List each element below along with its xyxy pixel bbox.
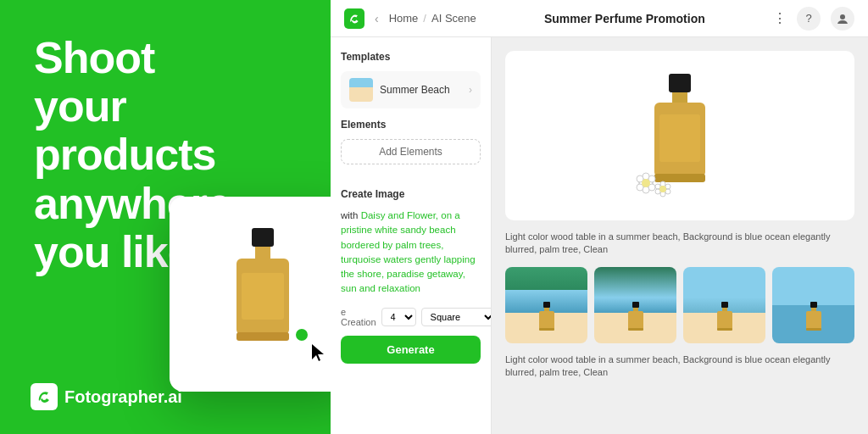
svg-rect-36 bbox=[721, 302, 728, 308]
template-arrow-icon: › bbox=[469, 84, 472, 96]
document-title: Summer Perfume Promotion bbox=[487, 12, 763, 25]
template-thumbnail bbox=[349, 78, 373, 102]
main-area: Templates Summer Beach › Elements Add El… bbox=[331, 37, 868, 434]
app-sidebar: Templates Summer Beach › Elements Add El… bbox=[331, 37, 492, 434]
top-bar: ‹ Home / AI Scene Summer Perfume Promoti… bbox=[331, 0, 868, 37]
thumb-bottle-svg bbox=[537, 301, 556, 333]
cursor-icon bbox=[312, 344, 329, 368]
result-thumb-4[interactable] bbox=[772, 267, 854, 343]
thumb-perfume-3 bbox=[715, 301, 734, 337]
flower-decoration bbox=[629, 162, 676, 203]
svg-marker-5 bbox=[312, 344, 324, 361]
svg-rect-1 bbox=[255, 247, 270, 259]
selection-indicator bbox=[294, 327, 309, 342]
svg-rect-0 bbox=[252, 228, 274, 247]
thumb-perfume-2 bbox=[626, 301, 645, 337]
template-summer-beach[interactable]: Summer Beach › bbox=[341, 71, 481, 108]
svg-point-25 bbox=[665, 189, 670, 194]
hero-line1: Shoot bbox=[34, 33, 154, 82]
svg-rect-33 bbox=[633, 308, 638, 311]
hero-line2: your products bbox=[34, 81, 215, 179]
svg-rect-29 bbox=[544, 308, 549, 311]
svg-point-23 bbox=[655, 184, 660, 189]
elements-section: Elements Add Elements bbox=[341, 119, 481, 176]
results-grid bbox=[505, 267, 854, 343]
result-thumb-2[interactable] bbox=[594, 267, 676, 343]
add-elements-button[interactable]: Add Elements bbox=[341, 139, 481, 164]
gen-shape-select[interactable]: Square Portrait Landscape bbox=[421, 308, 492, 326]
prompt-highlight: Daisy and Flower, on a pristine white sa… bbox=[341, 210, 476, 293]
gen-count-select[interactable]: 4 2 6 bbox=[381, 308, 416, 326]
breadcrumb-scene[interactable]: AI Scene bbox=[431, 12, 476, 25]
app-panel: ‹ Home / AI Scene Summer Perfume Promoti… bbox=[331, 0, 868, 434]
svg-point-22 bbox=[665, 184, 670, 189]
create-image-section-title: Create Image bbox=[341, 188, 481, 200]
thumb-perfume-1 bbox=[537, 301, 556, 337]
floating-product-card bbox=[170, 197, 331, 392]
canvas-preview[interactable] bbox=[505, 51, 854, 220]
app-logo bbox=[344, 8, 364, 29]
svg-rect-28 bbox=[543, 302, 550, 308]
template-name: Summer Beach bbox=[380, 84, 450, 96]
svg-rect-3 bbox=[242, 273, 284, 320]
more-options-button[interactable]: ⋮ bbox=[773, 10, 787, 26]
thumb-bottle-svg-2 bbox=[626, 301, 645, 333]
thumb-perfume-4 bbox=[804, 301, 823, 337]
svg-rect-4 bbox=[236, 332, 289, 341]
generate-button[interactable]: Generate bbox=[341, 336, 481, 364]
result-thumb-1[interactable] bbox=[505, 267, 587, 343]
account-icon bbox=[837, 13, 849, 25]
svg-rect-7 bbox=[669, 74, 691, 92]
account-button[interactable] bbox=[831, 7, 854, 31]
logo-text: Fotographer.ai bbox=[64, 387, 182, 407]
logo-area: Fotographer.ai bbox=[31, 383, 182, 410]
svg-rect-37 bbox=[722, 308, 727, 311]
svg-point-26 bbox=[655, 189, 660, 194]
elements-section-title: Elements bbox=[341, 119, 481, 131]
nav-back-button[interactable]: ‹ bbox=[375, 12, 379, 25]
thumb-bottle-svg-3 bbox=[715, 301, 734, 333]
fotographer-logo-icon bbox=[36, 389, 52, 404]
top-bar-actions: ? bbox=[797, 7, 854, 31]
svg-point-19 bbox=[642, 179, 650, 187]
svg-rect-40 bbox=[810, 302, 817, 308]
generation-controls: e Creation 4 2 6 Square Portrait Landsca… bbox=[341, 307, 481, 327]
breadcrumb-home[interactable]: Home bbox=[389, 12, 419, 25]
result-thumb-3[interactable] bbox=[683, 267, 765, 343]
svg-rect-41 bbox=[811, 308, 816, 311]
svg-rect-30 bbox=[539, 311, 554, 330]
help-button[interactable]: ? bbox=[797, 7, 821, 31]
logo-icon bbox=[31, 383, 58, 410]
svg-rect-10 bbox=[659, 114, 700, 162]
svg-point-27 bbox=[659, 186, 666, 192]
template-item-left: Summer Beach bbox=[349, 78, 450, 102]
svg-rect-38 bbox=[717, 311, 732, 330]
svg-rect-8 bbox=[672, 92, 687, 103]
perfume-bottle-small bbox=[225, 226, 301, 362]
hero-panel: Shoot your products anywhere you like. bbox=[0, 0, 331, 434]
templates-section-title: Templates bbox=[341, 51, 481, 63]
prompt-text: with Daisy and Flower, on a pristine whi… bbox=[341, 209, 481, 297]
breadcrumb: Home / AI Scene bbox=[389, 12, 476, 25]
create-image-section: Create Image with Daisy and Flower, on a… bbox=[341, 188, 481, 364]
template-thumb-inner bbox=[349, 78, 373, 102]
svg-point-6 bbox=[840, 14, 845, 19]
canvas-area: Light color wood table in a summer beach… bbox=[492, 37, 868, 434]
results-label: Light color wood table in a summer beach… bbox=[505, 231, 854, 257]
svg-rect-32 bbox=[632, 302, 639, 308]
svg-rect-43 bbox=[806, 328, 821, 331]
flower-svg bbox=[629, 162, 676, 200]
results-label-2: Light color wood table in a summer beach… bbox=[505, 353, 854, 380]
prompt-with-label: with bbox=[341, 210, 361, 220]
svg-rect-34 bbox=[628, 311, 643, 330]
svg-rect-31 bbox=[539, 328, 554, 331]
gen-creation-label: e Creation bbox=[341, 307, 376, 327]
svg-rect-39 bbox=[717, 328, 732, 331]
breadcrumb-separator: / bbox=[423, 12, 426, 25]
thumb-bottle-svg-4 bbox=[804, 301, 823, 333]
svg-rect-42 bbox=[806, 311, 821, 330]
canvas-product bbox=[646, 72, 714, 199]
svg-rect-35 bbox=[628, 328, 643, 331]
